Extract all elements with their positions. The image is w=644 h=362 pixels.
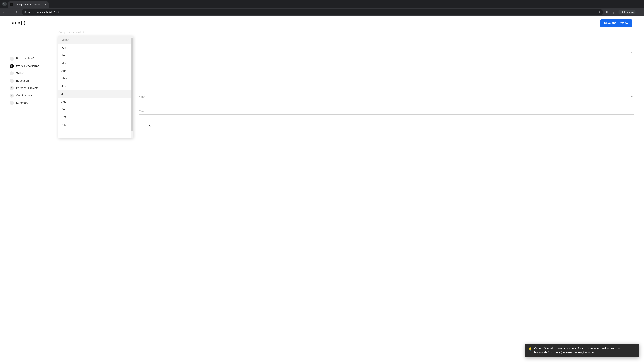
company-url-label: Company website URL [58, 31, 634, 34]
save-and-preview-button[interactable]: Save and Preview [600, 19, 632, 27]
app-header: arc() Save and Preview [0, 16, 644, 30]
site-settings-icon[interactable]: ⚙ [24, 11, 26, 13]
tip-toast: 💡 Order - Start with the most recent sof… [525, 344, 639, 357]
step-personal-projects[interactable]: 5 Personal Projects [10, 84, 52, 92]
step-certifications[interactable]: 6 Certifications [10, 92, 52, 99]
step-number: 1 [10, 57, 14, 61]
close-icon[interactable]: ✕ [44, 3, 46, 6]
step-personal-info[interactable]: 1 Personal Info* [10, 55, 52, 62]
month-option-may[interactable]: May [58, 75, 131, 82]
month-option-apr[interactable]: Apr [58, 67, 131, 75]
month-option-feb[interactable]: Feb [58, 52, 131, 59]
minimize-icon[interactable]: — [626, 2, 628, 5]
month-option-jan[interactable]: Jan [58, 44, 131, 52]
tab-search-button[interactable] [2, 1, 7, 6]
url-text: arc.dev/resume/builder/edit [28, 11, 59, 13]
dropdown-header: Month [58, 36, 131, 44]
month-option-sep[interactable]: Sep [58, 106, 131, 113]
month-option-nov[interactable]: Nov [58, 121, 131, 129]
month-option-oct[interactable]: Oct [58, 113, 131, 121]
extensions-icon[interactable]: ⧉ [605, 10, 610, 14]
year-placeholder: Year [139, 110, 144, 113]
step-label: Skills* [16, 72, 24, 75]
step-label: Summary* [16, 101, 29, 105]
toast-text: Order - Start with the most recent softw… [534, 347, 632, 354]
month-option-jun[interactable]: Jun [58, 82, 131, 90]
new-tab-button[interactable]: + [51, 2, 53, 6]
month-dropdown-list: Month Jan Feb Mar Apr May Jun Jul Aug Se… [58, 36, 131, 138]
start-year-select[interactable]: Year ▼ [139, 93, 634, 100]
chevron-down-icon: ▼ [631, 110, 633, 112]
step-work-experience[interactable]: 2 Work Experience [10, 62, 52, 70]
cursor-icon: ↖ [148, 123, 151, 127]
downloads-icon[interactable]: ⭳ [612, 10, 616, 14]
close-icon[interactable]: ✕ [635, 346, 637, 350]
step-summary[interactable]: 7 Summary* [10, 99, 52, 107]
chevron-down-icon: ▼ [631, 51, 633, 54]
month-option-aug[interactable]: Aug [58, 98, 131, 106]
month-option-jul[interactable]: Jul [58, 90, 131, 98]
bookmark-icon[interactable]: ☆ [598, 10, 600, 13]
incognito-label: Incognito [624, 11, 634, 13]
browser-toolbar: ← → ⟳ ⚙ arc.dev/resume/builder/edit ☆ ⧉ … [0, 8, 644, 16]
form-area: Company website URL Month Jan Feb Mar Ap… [58, 30, 634, 115]
back-button[interactable]: ← [2, 10, 6, 14]
tab-strip: a Hire Top Remote Software Dev ✕ + — ▢ ✕ [0, 0, 644, 8]
forward-button[interactable]: → [8, 10, 13, 14]
step-label: Personal Projects [16, 86, 38, 90]
scrollbar-thumb[interactable] [131, 37, 133, 131]
step-label: Certifications [16, 94, 32, 97]
maximize-icon[interactable]: ▢ [632, 2, 634, 5]
incognito-icon: 🕶 [620, 11, 623, 13]
step-label: Personal Info* [16, 57, 34, 60]
month-option-mar[interactable]: Mar [58, 59, 131, 67]
step-label: Education [16, 79, 29, 82]
chevron-down-icon [3, 3, 5, 5]
end-year-select[interactable]: Year ▼ [139, 108, 634, 115]
page-body: arc() Save and Preview 1 Personal Info* … [0, 16, 644, 362]
step-label: Work Experience [16, 64, 39, 68]
window-controls: — ▢ ✕ [626, 2, 643, 5]
toast-title: Order [534, 347, 542, 350]
kebab-menu-icon[interactable]: ⋮ [638, 10, 642, 14]
incognito-indicator[interactable]: 🕶 Incognito [618, 10, 636, 14]
tab-favicon: a [10, 3, 13, 6]
address-bar[interactable]: ⚙ arc.dev/resume/builder/edit ☆ [22, 9, 603, 15]
tab-title: Hire Top Remote Software Dev [14, 3, 43, 6]
reload-button[interactable]: ⟳ [15, 10, 20, 14]
browser-chrome: a Hire Top Remote Software Dev ✕ + — ▢ ✕… [0, 0, 644, 16]
step-number: 4 [10, 79, 14, 83]
logo[interactable]: arc() [12, 20, 26, 26]
browser-tab[interactable]: a Hire Top Remote Software Dev ✕ [8, 1, 49, 8]
generic-select-1[interactable]: ▼ [139, 49, 634, 56]
step-sidebar: 1 Personal Info* 2 Work Experience 3 Ski… [10, 30, 52, 115]
step-number: 3 [10, 71, 14, 75]
dropdown-scrollbar[interactable] [131, 36, 134, 138]
step-number: 7 [10, 101, 14, 105]
chevron-down-icon: ▼ [631, 96, 633, 98]
month-dropdown[interactable]: Month Jan Feb Mar Apr May Jun Jul Aug Se… [58, 36, 134, 138]
step-number: 2 [10, 64, 14, 68]
step-number: 5 [10, 86, 14, 90]
toast-body: - Start with the most recent software en… [534, 347, 622, 354]
text-field-line[interactable] [139, 78, 634, 83]
year-placeholder: Year [139, 95, 144, 98]
step-number: 6 [10, 93, 14, 97]
step-skills[interactable]: 3 Skills* [10, 70, 52, 77]
step-education[interactable]: 4 Education [10, 77, 52, 84]
close-window-icon[interactable]: ✕ [639, 2, 641, 5]
lightbulb-icon: 💡 [528, 347, 532, 354]
